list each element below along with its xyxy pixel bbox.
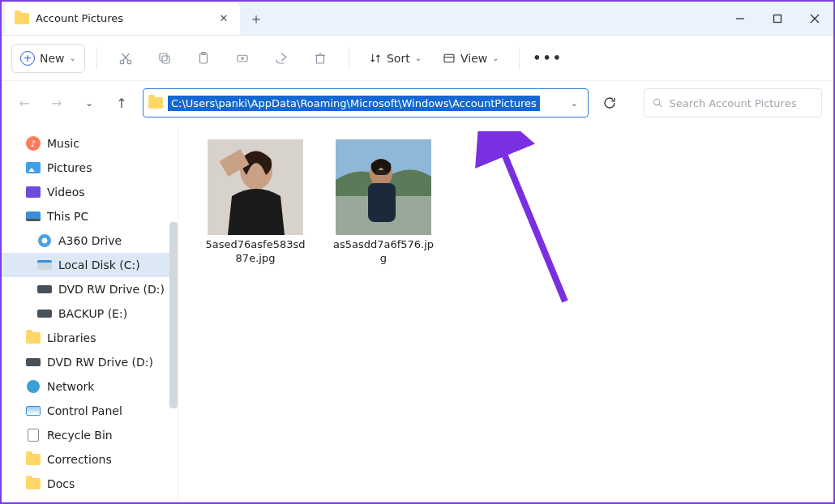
svg-rect-28 bbox=[368, 183, 396, 222]
sidebar-item-this-pc[interactable]: This PC bbox=[2, 204, 178, 229]
file-thumbnail bbox=[336, 139, 431, 235]
active-tab[interactable]: Account Pictures ✕ bbox=[5, 2, 240, 35]
copy-icon[interactable] bbox=[148, 44, 182, 73]
sidebar-item-label: Control Panel bbox=[47, 404, 122, 417]
file-name: 5ased76asfe583sd87e.jpg bbox=[203, 238, 308, 266]
new-tab-button[interactable]: ＋ bbox=[240, 9, 272, 28]
close-tab-button[interactable]: ✕ bbox=[217, 12, 230, 25]
sidebar-item-label: Corrections bbox=[47, 453, 112, 466]
scrollbar-thumb[interactable] bbox=[169, 222, 178, 408]
address-text[interactable]: C:\Users\panki\AppData\Roaming\Microsoft… bbox=[168, 96, 540, 111]
chevron-down-icon: ⌄ bbox=[492, 53, 499, 62]
sidebar-item-local-disk-c-[interactable]: Local Disk (C:) bbox=[2, 253, 178, 277]
folder-icon bbox=[26, 476, 41, 491]
sidebar-item-label: BACKUP (E:) bbox=[58, 307, 127, 320]
navbar: ← → ⌄ ↑ C:\Users\panki\AppData\Roaming\M… bbox=[2, 81, 833, 125]
sidebar-item-label: Libraries bbox=[47, 331, 96, 344]
address-bar[interactable]: C:\Users\panki\AppData\Roaming\Microsoft… bbox=[143, 88, 589, 117]
sidebar-item-label: Docs bbox=[47, 477, 75, 490]
svg-rect-15 bbox=[316, 55, 323, 63]
sidebar-item-a360-drive[interactable]: A360 Drive bbox=[2, 229, 178, 253]
sidebar-item-label: Recycle Bin bbox=[47, 429, 113, 442]
folder-icon bbox=[26, 452, 41, 467]
sort-button[interactable]: Sort ⌄ bbox=[361, 44, 430, 73]
svg-rect-8 bbox=[162, 56, 169, 63]
search-input[interactable] bbox=[670, 97, 813, 109]
sidebar-item-pictures[interactable]: Pictures bbox=[2, 156, 178, 180]
folder-icon bbox=[15, 13, 29, 24]
drive-icon bbox=[37, 282, 52, 297]
pic-icon bbox=[26, 160, 41, 175]
a360-icon bbox=[37, 233, 52, 248]
svg-rect-18 bbox=[444, 54, 454, 62]
svg-line-7 bbox=[122, 53, 128, 60]
maximize-button[interactable] bbox=[759, 2, 796, 36]
file-item[interactable]: as5asdd7a6f576.jpg bbox=[331, 139, 436, 266]
new-button[interactable]: + New ⌄ bbox=[11, 44, 85, 73]
svg-point-5 bbox=[127, 60, 131, 64]
share-icon[interactable] bbox=[264, 44, 298, 73]
sidebar-item-music[interactable]: ♪Music bbox=[2, 131, 178, 156]
sidebar-item-backup-e-[interactable]: BACKUP (E:) bbox=[2, 301, 178, 326]
sidebar-item-label: DVD RW Drive (D:) bbox=[58, 283, 165, 296]
delete-icon[interactable] bbox=[303, 44, 337, 73]
sidebar-item-corrections[interactable]: Corrections bbox=[2, 447, 178, 472]
sidebar-item-libraries[interactable]: Libraries bbox=[2, 326, 178, 350]
sidebar-item-label: Videos bbox=[47, 186, 85, 199]
forward-button[interactable]: → bbox=[45, 96, 68, 111]
up-button[interactable]: ↑ bbox=[110, 96, 133, 111]
chevron-down-icon: ⌄ bbox=[415, 53, 422, 62]
sidebar-item-control-panel[interactable]: Control Panel bbox=[2, 399, 178, 423]
drive-icon bbox=[26, 355, 41, 369]
close-window-button[interactable] bbox=[796, 2, 833, 36]
sidebar-item-docs[interactable]: Docs bbox=[2, 472, 178, 496]
svg-line-21 bbox=[659, 105, 662, 107]
sidebar-item-recycle-bin[interactable]: Recycle Bin bbox=[2, 423, 178, 447]
svg-rect-9 bbox=[160, 53, 167, 61]
new-label: New bbox=[40, 52, 65, 65]
view-label: View bbox=[460, 52, 487, 65]
rename-icon[interactable] bbox=[225, 44, 259, 73]
paste-icon[interactable] bbox=[186, 44, 221, 73]
tab-title: Account Pictures bbox=[36, 12, 217, 24]
more-button[interactable]: ••• bbox=[531, 44, 565, 73]
file-item[interactable]: 5ased76asfe583sd87e.jpg bbox=[203, 139, 308, 266]
chevron-down-icon: ⌄ bbox=[70, 53, 76, 62]
back-button[interactable]: ← bbox=[13, 96, 36, 111]
sidebar-item-label: DVD RW Drive (D:) bbox=[47, 356, 153, 369]
view-button[interactable]: View ⌄ bbox=[435, 44, 507, 73]
separator bbox=[349, 47, 349, 70]
sidebar-item-videos[interactable]: Videos bbox=[2, 180, 178, 204]
toolbar: + New ⌄ Sort ⌄ View ⌄ ••• bbox=[2, 36, 833, 81]
minimize-button[interactable] bbox=[722, 2, 759, 36]
disk-icon bbox=[37, 258, 52, 272]
titlebar: Account Pictures ✕ ＋ bbox=[2, 2, 833, 36]
sidebar[interactable]: ♪MusicPicturesVideosThis PCA360 DriveLoc… bbox=[2, 125, 178, 502]
cut-icon[interactable] bbox=[109, 44, 143, 73]
bin-icon bbox=[26, 428, 41, 442]
recent-locations-button[interactable]: ⌄ bbox=[78, 97, 101, 109]
search-icon bbox=[653, 97, 663, 109]
folder-icon bbox=[26, 331, 41, 345]
svg-point-4 bbox=[120, 60, 124, 64]
refresh-button[interactable] bbox=[595, 88, 624, 117]
search-box[interactable] bbox=[644, 88, 822, 117]
sidebar-item-label: Network bbox=[47, 380, 94, 393]
sidebar-item-network[interactable]: Network bbox=[2, 374, 178, 399]
content-area[interactable]: 5ased76asfe583sd87e.jpgas5asdd7a6f576.jp… bbox=[178, 125, 833, 502]
net-icon bbox=[26, 379, 41, 394]
plus-circle-icon: + bbox=[20, 51, 35, 66]
view-icon bbox=[443, 52, 456, 65]
file-name: as5asdd7a6f576.jpg bbox=[331, 238, 436, 266]
cp-icon bbox=[26, 404, 41, 418]
svg-rect-1 bbox=[774, 15, 781, 22]
music-icon: ♪ bbox=[26, 136, 41, 151]
drive-icon bbox=[37, 306, 52, 321]
separator bbox=[96, 47, 97, 70]
sidebar-item-dvd-rw-drive-d-[interactable]: DVD RW Drive (D:) bbox=[2, 277, 178, 301]
sort-icon bbox=[369, 52, 382, 65]
address-history-button[interactable]: ⌄ bbox=[566, 98, 583, 109]
svg-point-20 bbox=[654, 99, 660, 105]
sidebar-item-dvd-rw-drive-d-[interactable]: DVD RW Drive (D:) bbox=[2, 350, 178, 374]
sort-label: Sort bbox=[387, 52, 410, 65]
